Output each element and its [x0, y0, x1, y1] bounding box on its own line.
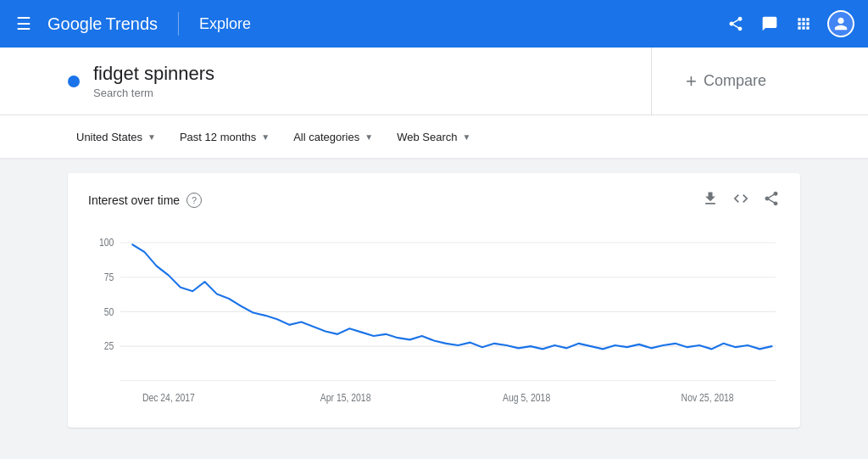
chart-title-group: Interest over time ?	[88, 193, 202, 208]
logo: Google Trends	[47, 14, 158, 34]
search-dot	[68, 76, 80, 87]
filter-region[interactable]: United States ▼	[68, 126, 164, 148]
header-explore-label: Explore	[199, 15, 251, 33]
share-icon[interactable]	[726, 14, 746, 34]
chart-actions	[702, 190, 780, 210]
filter-time[interactable]: Past 12 months ▼	[171, 126, 278, 148]
chart-title: Interest over time	[88, 193, 180, 207]
share-chart-icon[interactable]	[763, 190, 780, 210]
filter-search-type[interactable]: Web Search ▼	[388, 126, 479, 148]
search-term-label: Search term	[93, 87, 214, 99]
search-term-box: fidget spinners Search term	[68, 48, 652, 115]
filters-bar: United States ▼ Past 12 months ▼ All cat…	[0, 115, 868, 160]
filter-time-label: Past 12 months	[180, 131, 256, 143]
download-icon[interactable]	[702, 190, 719, 210]
header-divider	[178, 12, 179, 36]
search-area: fidget spinners Search term + Compare	[0, 48, 868, 115]
svg-text:100: 100	[99, 238, 114, 249]
chart-container: Interest over time ?	[68, 173, 800, 428]
svg-text:Aug 5, 2018: Aug 5, 2018	[503, 392, 550, 403]
filter-search-type-label: Web Search	[397, 131, 457, 143]
svg-text:75: 75	[104, 271, 114, 283]
compare-label: Compare	[704, 72, 766, 90]
filter-search-type-arrow: ▼	[462, 132, 470, 142]
search-term-text: fidget spinners Search term	[93, 63, 214, 99]
apps-icon[interactable]	[793, 14, 814, 34]
filter-time-arrow: ▼	[261, 132, 270, 142]
svg-text:25: 25	[104, 341, 114, 352]
filter-region-arrow: ▼	[147, 132, 156, 142]
app-header: ☰ Google Trends Explore	[0, 0, 868, 48]
filter-categories-arrow: ▼	[364, 132, 373, 142]
filter-categories[interactable]: All categories ▼	[285, 126, 381, 148]
notifications-icon[interactable]	[760, 14, 780, 34]
trend-chart: 100 75 50 25 Dec 24, 2017 Apr 15, 2018 A…	[88, 224, 780, 411]
svg-text:Apr 15, 2018: Apr 15, 2018	[320, 392, 371, 403]
filter-region-label: United States	[76, 131, 142, 143]
logo-google: Google	[47, 14, 103, 34]
logo-trends: Trends	[106, 14, 159, 34]
svg-text:Dec 24, 2017: Dec 24, 2017	[142, 392, 195, 403]
menu-icon[interactable]: ☰	[14, 14, 34, 34]
avatar[interactable]	[827, 10, 854, 37]
compare-button[interactable]: + Compare	[652, 48, 800, 115]
chart-header: Interest over time ?	[88, 190, 780, 210]
chart-section: Interest over time ?	[0, 160, 868, 445]
embed-icon[interactable]	[732, 190, 749, 210]
header-right-actions	[726, 10, 854, 37]
filter-categories-label: All categories	[293, 131, 359, 143]
search-term-name: fidget spinners	[93, 63, 214, 85]
svg-text:Nov 25, 2018: Nov 25, 2018	[682, 392, 734, 403]
help-icon[interactable]: ?	[186, 193, 202, 208]
svg-text:50: 50	[104, 306, 114, 317]
chart-svg-container: 100 75 50 25 Dec 24, 2017 Apr 15, 2018 A…	[88, 224, 780, 411]
compare-plus-icon: +	[686, 70, 697, 92]
